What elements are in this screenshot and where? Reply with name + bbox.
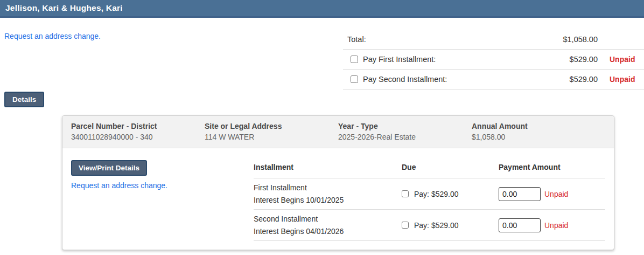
annual-amount-column: Annual Amount $1,058.00: [472, 122, 605, 141]
parcel-number-value: 340011028940000 - 340: [71, 133, 205, 141]
first-installment-interest-note: Interest Begins 10/01/2025: [254, 196, 344, 204]
total-label: Total:: [343, 35, 547, 44]
second-installment-due-amount: Pay: $529.00: [414, 221, 459, 230]
address-change-link[interactable]: Request an address change.: [4, 32, 101, 40]
year-type-label: Year - Type: [338, 122, 472, 130]
second-installment-row-status: Unpaid: [544, 221, 568, 230]
first-installment-amount: $529.00: [547, 55, 598, 64]
first-installment-pay-checkbox[interactable]: [402, 190, 409, 197]
panel-actions-column: View/Print Details Request an address ch…: [71, 156, 254, 241]
annual-amount-label: Annual Amount: [472, 122, 605, 130]
annual-amount-value: $1,058.00: [472, 133, 605, 141]
pay-second-installment-checkbox[interactable]: [351, 75, 358, 83]
page-title: Jellison, Kari & Hughes, Kari: [5, 3, 123, 13]
page-header-bar: Jellison, Kari & Hughes, Kari: [0, 0, 644, 18]
total-amount: $1,058.00: [547, 35, 598, 44]
payment-amount-column-header: Payment Amount: [499, 163, 605, 171]
view-print-details-button[interactable]: View/Print Details: [71, 160, 147, 176]
year-type-column: Year - Type 2025-2026-Real Estate: [338, 122, 472, 141]
first-installment-label: Pay First Installment:: [363, 55, 436, 64]
second-installment-status-badge: Unpaid: [598, 75, 644, 84]
second-installment-payment-input[interactable]: [499, 218, 541, 232]
parcel-details-panel: Parcel Number - District 340011028940000…: [62, 115, 614, 250]
installment-table: Installment Due Payment Amount First Ins…: [254, 156, 605, 241]
first-installment-name: First Installment: [254, 183, 307, 192]
top-left-area: Request an address change.: [4, 31, 101, 41]
second-installment-amount: $529.00: [547, 75, 598, 84]
summary-second-installment-row: Pay Second Installment: $529.00 Unpaid: [343, 70, 644, 89]
first-installment-table-row: First Installment Interest Begins 10/01/…: [254, 178, 605, 210]
second-installment-pay-checkbox[interactable]: [402, 222, 409, 229]
second-installment-table-row: Second Installment Interest Begins 04/01…: [254, 210, 605, 241]
first-installment-payment-input[interactable]: [499, 187, 541, 201]
year-type-value: 2025-2026-Real Estate: [338, 133, 472, 141]
pay-first-installment-checkbox[interactable]: [351, 56, 358, 63]
site-address-label: Site or Legal Address: [205, 122, 338, 130]
second-installment-interest-note: Interest Begins 04/01/2026: [254, 227, 344, 236]
payment-summary-table: Total: $1,058.00 Pay First Installment: …: [343, 30, 644, 89]
details-tab-button[interactable]: Details: [4, 92, 44, 107]
first-installment-row-status: Unpaid: [544, 190, 568, 198]
top-section: Request an address change. Total: $1,058…: [0, 18, 644, 89]
first-installment-due-amount: Pay: $529.00: [414, 190, 459, 198]
installment-column-header: Installment: [254, 163, 402, 171]
panel-address-change-link[interactable]: Request an address change.: [71, 181, 167, 190]
site-address-column: Site or Legal Address 114 W WATER: [205, 122, 338, 141]
installment-table-header: Installment Due Payment Amount: [254, 156, 605, 178]
summary-total-row: Total: $1,058.00: [343, 30, 644, 50]
parcel-number-label: Parcel Number - District: [71, 122, 205, 130]
second-installment-name: Second Installment: [254, 215, 318, 223]
second-installment-label: Pay Second Installment:: [363, 75, 447, 84]
first-installment-status-badge: Unpaid: [598, 55, 644, 64]
site-address-value: 114 W WATER: [205, 133, 338, 141]
summary-first-installment-row: Pay First Installment: $529.00 Unpaid: [343, 50, 644, 70]
due-column-header: Due: [402, 163, 499, 171]
parcel-number-column: Parcel Number - District 340011028940000…: [71, 122, 205, 141]
parcel-summary-header: Parcel Number - District 340011028940000…: [62, 116, 614, 148]
panel-body: View/Print Details Request an address ch…: [62, 148, 614, 250]
